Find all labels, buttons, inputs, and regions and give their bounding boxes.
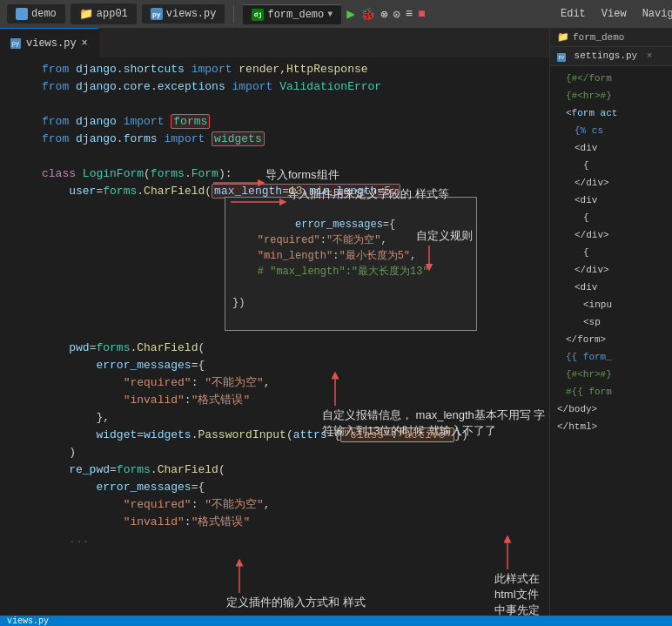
menu-edit[interactable]: Edit (557, 6, 589, 22)
code-line-repwd: re_pwd=forms.CharField( (0, 461, 549, 479)
right-line-2: {#<hr>#} (550, 87, 672, 104)
editor-main: py views.py × ▶ from django.shortcuts im… (0, 28, 672, 616)
right-panel-file[interactable]: py settings.py × (557, 50, 652, 62)
code-line-pwd-close: }, (0, 409, 549, 427)
right-panel-folder-icon: 📁 (557, 31, 569, 43)
right-line-6: { (550, 157, 672, 174)
code-line-6 (0, 148, 549, 165)
dj-icon: dj (252, 9, 264, 21)
line-content-repwd-req: "required": "不能为空", (35, 496, 549, 514)
right-line-10: </div> (550, 226, 672, 244)
code-line-paren: ) (0, 444, 549, 461)
line-content-pwd: pwd=forms.CharField( (35, 340, 549, 357)
menu-navig[interactable]: Navig (639, 6, 672, 22)
line-content-1: from django.shortcuts import render,Http… (35, 61, 549, 78)
right-panel: 📁 form_demo py settings.py × {#</form {#… (550, 28, 672, 616)
line-content-5: from django.forms import widgets (35, 131, 549, 148)
right-line-13: <div (550, 279, 672, 296)
right-line-4: {% cs (550, 122, 672, 139)
right-panel-tabs: py settings.py × (550, 47, 672, 66)
right-line-18: {#<hr>#} (550, 366, 672, 383)
stop-icon[interactable]: ⊗ (380, 7, 387, 22)
code-area[interactable]: ▶ from django.shortcuts import render,Ht… (0, 57, 549, 583)
code-line-pwd-em: error_messages={ (0, 357, 549, 374)
line-content-repwd-inv: "invalid":"格式错误" (35, 514, 549, 531)
line-content-7: class LoginForm(forms.Form): (35, 165, 549, 183)
right-panel-header: 📁 form_demo (550, 28, 672, 47)
right-line-16: </form> (550, 331, 672, 348)
line-content-6 (35, 148, 549, 165)
right-line-21: </html> (550, 418, 672, 435)
line-content-repwd-em: error_messages={ (35, 479, 549, 496)
right-line-14: <inpu (550, 296, 672, 313)
file-tabs: py views.py × (0, 28, 549, 57)
code-line-4: ▶ from django import forms (0, 113, 549, 131)
line-content-pwd-inv: "invalid":"格式错误" (35, 392, 549, 409)
line-content-pwd-em: error_messages={ (35, 357, 549, 374)
code-line-widget: ▶ widget=widgets.PasswordInput(attrs={"c… (0, 427, 549, 444)
dropdown-arrow: ▼ (327, 10, 333, 19)
tab-demo[interactable]: demo (7, 4, 65, 24)
right-line-17: {{ form_ (550, 348, 672, 366)
right-line-15: <sp (550, 313, 672, 331)
reload-icon[interactable]: ⊙ (393, 7, 400, 22)
line-content-pwd-req: "required": "不能为空", (35, 374, 549, 392)
error-messages-tooltip: error_messages={ "required":"不能为空", "min… (225, 197, 477, 331)
code-line-pwd: pwd=forms.CharField( (0, 340, 549, 357)
line-content-pwd-close: }, (35, 409, 549, 427)
status-bar: views.py (0, 616, 672, 626)
right-line-12: </div> (550, 261, 672, 279)
right-line-1: {#</form (550, 70, 672, 87)
line-content-paren: ) (35, 444, 549, 461)
bug-icon[interactable]: 🐞 (360, 7, 375, 22)
line-content-3 (35, 96, 549, 113)
right-line-19: #{{ form (550, 383, 672, 401)
right-line-5: <div (550, 139, 672, 157)
line-content-repwd: re_pwd=forms.CharField( (35, 461, 549, 479)
right-code-area[interactable]: {#</form {#<hr>#} <form act {% cs <div {… (550, 66, 672, 616)
menu-icon[interactable]: ≡ (406, 7, 413, 21)
code-line-3 (0, 96, 549, 113)
right-line-20: </body> (550, 401, 672, 418)
separator (233, 5, 234, 23)
code-line-repwd-req: "required": "不能为空", (0, 496, 549, 514)
line-content-end: ... (35, 531, 549, 549)
line-content-widget: widget=widgets.PasswordInput(attrs={"cla… (35, 427, 549, 444)
right-line-11: { (550, 244, 672, 261)
code-line-end: ... (0, 531, 549, 549)
line-content-4: from django import forms (35, 113, 549, 131)
right-line-8: <div (550, 192, 672, 209)
code-line-7: ▶ class LoginForm(forms.Form): (0, 165, 549, 183)
folder-icon: 📁 (79, 7, 93, 21)
code-line-repwd-inv: "invalid":"格式错误" (0, 514, 549, 531)
editor-panel: py views.py × ▶ from django.shortcuts im… (0, 28, 550, 616)
stop-square-icon[interactable]: ■ (418, 7, 425, 21)
code-line-repwd-em: error_messages={ (0, 479, 549, 496)
file-tab-name: views.py (26, 37, 77, 50)
tab-app01[interactable]: 📁 app01 (71, 3, 137, 24)
file-tab-close[interactable]: × (82, 37, 88, 50)
code-line-2: from django.core.exceptions import Valid… (0, 78, 549, 96)
code-line-pwd-inv: "invalid":"格式错误" (0, 392, 549, 409)
tab-views-py[interactable]: py views.py (142, 4, 225, 24)
file-tab-icon: py (10, 38, 21, 49)
menu-view[interactable]: View (598, 6, 630, 22)
right-panel-title: form_demo (573, 32, 624, 43)
right-line-9: { (550, 209, 672, 226)
status-text: views.py (7, 616, 49, 626)
tab-form-demo[interactable]: dj form_demo ▼ (243, 4, 341, 24)
code-line-1: ▶ from django.shortcuts import render,Ht… (0, 61, 549, 78)
py-icon: py (151, 8, 163, 20)
run-button[interactable]: ▶ (346, 5, 355, 23)
line-content-2: from django.core.exceptions import Valid… (35, 78, 549, 96)
demo-icon (16, 8, 28, 20)
file-tab-views-py[interactable]: py views.py × (0, 28, 99, 57)
code-line-pwd-req: "required": "不能为空", (0, 374, 549, 392)
py-icon-small: py (557, 53, 566, 62)
right-panel-close[interactable]: × (647, 50, 653, 61)
code-area-container: ▶ from django.shortcuts import render,Ht… (0, 57, 549, 616)
menu-bar: Edit View Navig (550, 0, 672, 28)
right-line-7: </div> (550, 174, 672, 192)
right-line-3: <form act (550, 104, 672, 122)
code-line-5: ▶ from django.forms import widgets (0, 131, 549, 148)
